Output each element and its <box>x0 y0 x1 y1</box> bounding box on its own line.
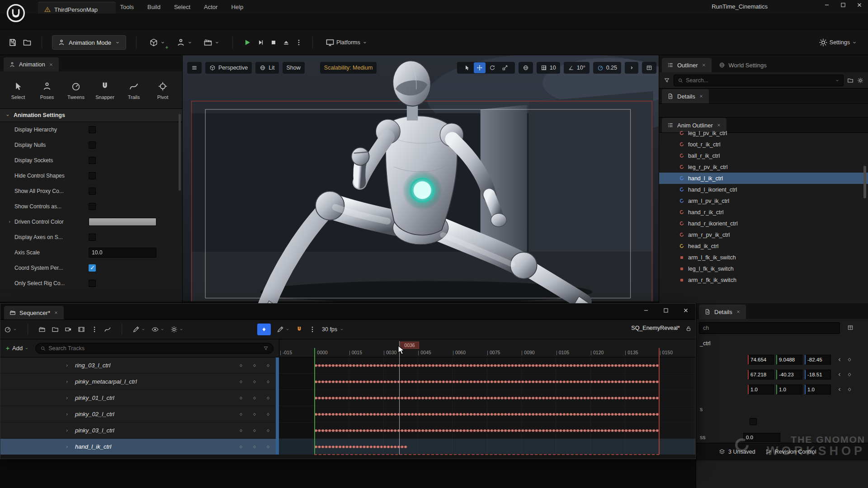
keyframes[interactable] <box>314 379 659 385</box>
animation-tool-button[interactable]: Poses <box>33 76 61 105</box>
outliner-search-input[interactable] <box>674 75 844 86</box>
prev-key-icon[interactable] <box>239 363 243 368</box>
expand-chevron-icon[interactable] <box>65 396 69 400</box>
maximize-icon[interactable] <box>840 2 846 8</box>
z-value-field[interactable]: -18.51 <box>805 370 831 380</box>
scrollbar[interactable] <box>179 114 181 191</box>
close-icon[interactable] <box>49 62 53 67</box>
playback-start-marker[interactable] <box>314 348 315 455</box>
add-key-icon[interactable] <box>252 363 257 368</box>
expand-chevron-icon[interactable] <box>65 412 69 417</box>
playhead[interactable] <box>399 341 400 455</box>
track-row[interactable]: pinky_01_l_ctrl <box>0 390 279 406</box>
control-list-item[interactable]: arm_l_pv_ik_ctrl <box>659 195 868 206</box>
add-key-icon[interactable] <box>252 412 257 417</box>
expand-chevron-icon[interactable] <box>65 428 69 433</box>
close-icon[interactable] <box>54 310 58 315</box>
animation-tool-button[interactable]: Snapper <box>91 76 118 105</box>
maximize-icon[interactable] <box>663 307 669 314</box>
add-keyframe-button[interactable] <box>257 324 271 335</box>
curve-editor-icon[interactable] <box>104 326 111 333</box>
lock-icon[interactable] <box>685 325 692 332</box>
settings-dropdown[interactable]: Settings <box>816 36 860 49</box>
tab-outliner[interactable]: Outliner <box>662 58 712 72</box>
sequence-name[interactable]: SQ_EnemyReveal* <box>631 325 680 331</box>
keyframes[interactable] <box>314 412 659 417</box>
z-value-field[interactable]: 1.0 <box>805 385 831 394</box>
setting-checkbox[interactable] <box>89 234 96 241</box>
setting-checkbox[interactable] <box>89 172 96 179</box>
key-icon[interactable] <box>847 357 852 362</box>
keyframes[interactable] <box>314 444 407 450</box>
add-key-icon[interactable] <box>252 428 257 433</box>
keyframe-lane[interactable] <box>279 390 695 406</box>
tab-world-settings[interactable]: World Settings <box>713 58 772 72</box>
new-folder-icon[interactable] <box>847 77 854 84</box>
keyframe-lane[interactable] <box>279 374 695 390</box>
next-key-icon[interactable] <box>266 445 270 449</box>
control-list-item[interactable]: leg_l_pv_ik_ctrl <box>659 127 868 139</box>
revert-icon[interactable] <box>837 372 842 377</box>
camera-icon[interactable] <box>65 326 72 333</box>
scrollbar[interactable] <box>863 166 866 198</box>
close-icon[interactable] <box>702 63 706 67</box>
menu-item[interactable]: Actor <box>204 4 217 10</box>
rotate-tool-button[interactable] <box>486 62 498 73</box>
control-list-item[interactable]: ball_r_ik_ctrl <box>659 150 868 161</box>
setting-checkbox[interactable] <box>89 141 96 149</box>
next-key-icon[interactable] <box>266 363 270 368</box>
world-local-toggle[interactable] <box>519 62 533 74</box>
close-icon[interactable] <box>683 307 689 314</box>
blueprint-dropdown[interactable] <box>174 36 195 49</box>
move-tool-button[interactable] <box>474 62 486 73</box>
key-icon[interactable] <box>847 387 852 392</box>
color-swatch[interactable] <box>89 218 156 226</box>
keyframe-lane[interactable] <box>279 406 695 422</box>
add-track-button[interactable]: Add <box>5 345 29 352</box>
prev-key-icon[interactable] <box>239 396 243 400</box>
track-row[interactable]: pinky_metacarpal_l_ctrl <box>0 374 279 390</box>
keyframe-lanes[interactable] <box>279 357 695 455</box>
setting-checkbox[interactable] <box>89 280 96 287</box>
tab-animation[interactable]: Animation <box>4 57 59 71</box>
cinematics-dropdown[interactable] <box>201 36 222 49</box>
control-list-item[interactable]: arm_r_pv_ik_ctrl <box>659 229 868 240</box>
control-list-item[interactable]: arm_l_fk_ik_switch <box>659 252 868 263</box>
control-list-item[interactable]: hand_l_ik_ctrl <box>659 173 868 184</box>
fps-dropdown[interactable]: 30 fps <box>322 326 344 333</box>
lit-dropdown[interactable]: Lit <box>255 62 278 74</box>
revert-icon[interactable] <box>837 387 842 392</box>
revert-icon[interactable] <box>837 357 842 362</box>
x-value-field[interactable]: 67.218 <box>748 370 774 380</box>
prev-key-icon[interactable] <box>239 380 243 384</box>
expand-chevron-icon[interactable] <box>65 363 69 368</box>
timeline-ruler[interactable]: -015 0000 0015 0030 0045 <box>279 339 695 357</box>
animation-tool-button[interactable]: Tweens <box>62 76 90 105</box>
maximize-viewport-button[interactable] <box>642 62 656 74</box>
control-list-item[interactable]: arm_r_fk_ik_switch <box>659 274 868 286</box>
control-list-item[interactable]: hand_r_ikorient_ctrl <box>659 218 868 229</box>
filter-icon[interactable] <box>664 77 670 84</box>
setting-checkbox[interactable] <box>89 126 96 133</box>
show-dropdown[interactable]: Show <box>283 62 305 74</box>
control-list-item[interactable]: hand_l_ikorient_ctrl <box>659 184 868 195</box>
tab-sequencer[interactable]: Sequencer* <box>4 306 64 319</box>
expand-chevron-icon[interactable] <box>65 380 69 384</box>
rotation-snap-control[interactable]: 10° <box>564 62 590 74</box>
platforms-dropdown[interactable]: Platforms <box>323 36 370 49</box>
menu-item[interactable]: Select <box>174 4 190 10</box>
animation-settings-header[interactable]: Animation Settings <box>0 108 182 122</box>
render-movie-icon[interactable] <box>78 326 85 333</box>
menu-item[interactable]: Tools <box>120 4 134 10</box>
prev-key-icon[interactable] <box>239 445 243 449</box>
close-icon[interactable] <box>699 94 703 99</box>
stop-button[interactable] <box>270 39 277 46</box>
close-icon[interactable] <box>856 2 863 8</box>
y-value-field[interactable]: 9.0488 <box>776 355 802 365</box>
keyframe-lane[interactable] <box>279 357 695 374</box>
toolbar-overflow-button[interactable] <box>625 62 638 74</box>
control-list-item[interactable]: hand_r_ik_ctrl <box>659 206 868 218</box>
keyframe-lane[interactable] <box>279 439 695 455</box>
prev-key-icon[interactable] <box>239 428 243 433</box>
property-checkbox[interactable] <box>750 418 757 425</box>
